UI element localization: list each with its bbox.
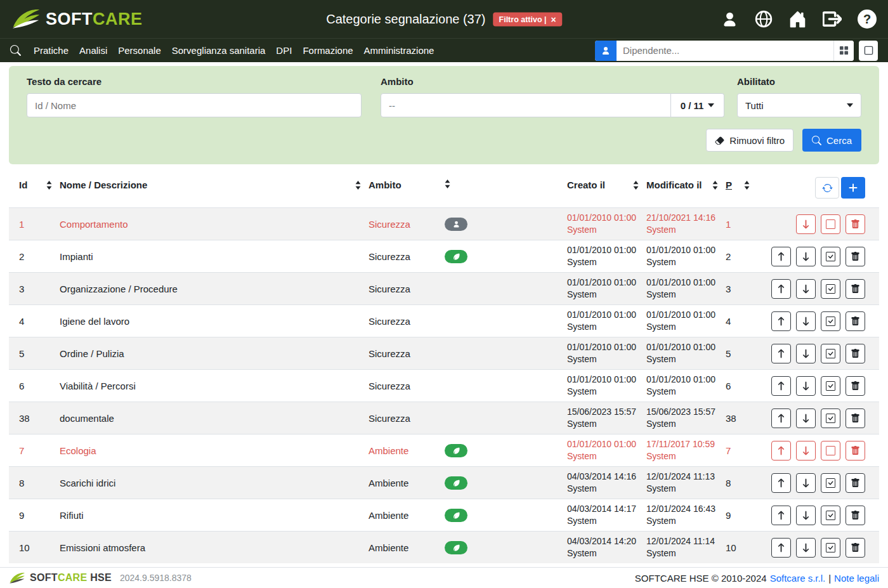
move-down-button[interactable] [796,473,816,493]
move-up-button[interactable] [771,376,791,396]
row-name[interactable]: Comportamento [58,208,367,240]
row-name[interactable]: documentale [58,402,367,434]
employee-search-input[interactable] [617,41,833,61]
row-ambito: Sicurezza [367,273,443,305]
delete-button[interactable] [846,441,865,461]
modified-by: System [646,256,718,268]
footer-logo-text: SOFTCARE HSE [30,572,112,584]
move-down-button[interactable] [796,311,816,331]
row-name[interactable]: Ordine / Pulizia [58,337,367,370]
row-name[interactable]: Organizzazione / Procedure [58,273,367,305]
nav-item-sorveglianza-sanitaria[interactable]: Sorveglianza sanitaria [172,45,266,56]
move-down-button[interactable] [796,376,816,396]
add-category-button[interactable] [841,177,865,199]
logout-icon[interactable] [823,10,842,29]
enabled-checkbox-button[interactable] [821,538,840,558]
enabled-checkbox-button[interactable] [821,311,840,331]
move-up-button[interactable] [771,473,791,493]
row-ambito: Ambiente [367,467,443,499]
legal-link[interactable]: Note legali [834,573,879,584]
delete-button[interactable] [846,247,865,266]
search-icon[interactable] [10,45,21,56]
enabled-checkbox-button[interactable] [821,247,840,266]
move-up-button[interactable] [771,344,791,363]
row-created-cell: 04/03/2014 14:17System [566,499,645,532]
sort-icon[interactable] [712,181,718,190]
move-up-button[interactable] [771,247,791,266]
delete-button[interactable] [846,538,865,558]
delete-button[interactable] [846,473,865,493]
delete-button[interactable] [846,408,865,428]
move-down-button[interactable] [796,344,816,363]
enabled-checkbox-button[interactable] [821,473,840,493]
move-up-button[interactable] [771,408,791,428]
move-down-button[interactable] [796,279,816,299]
move-up-button[interactable] [771,441,791,461]
move-up-button[interactable] [771,279,791,299]
delete-button[interactable] [846,506,865,525]
grid-view-button[interactable] [833,41,854,61]
move-down-button[interactable] [796,506,816,525]
delete-button[interactable] [846,344,865,363]
arrow-up-icon [776,543,786,552]
column-header-name: Nome / Descrizione [60,180,147,190]
nav-item-analisi[interactable]: Analisi [79,45,107,56]
row-name[interactable]: Emissioni atmosfera [58,532,367,564]
row-name[interactable]: Impianti [58,240,367,273]
move-up-button[interactable] [771,506,791,525]
enabled-checkbox-button[interactable] [821,214,840,234]
language-icon[interactable] [755,10,773,28]
filter-badge-close-icon[interactable]: × [551,15,556,23]
move-down-button[interactable] [796,247,816,266]
move-down-button[interactable] [796,538,816,558]
move-down-button[interactable] [796,408,816,428]
move-up-button[interactable] [771,538,791,558]
abilitato-select[interactable]: Tutti [737,93,861,117]
filter-text-input[interactable] [27,93,362,117]
enabled-checkbox-button[interactable] [821,506,840,525]
sort-icon[interactable] [355,181,361,190]
enabled-checkbox-button[interactable] [821,408,840,428]
leaf-icon [452,252,460,261]
move-up-button[interactable] [771,311,791,331]
checkbox-checked-icon [826,511,835,520]
enabled-checkbox-button[interactable] [821,441,840,461]
row-ambito: Sicurezza [367,208,443,240]
home-icon[interactable] [788,10,807,29]
delete-button[interactable] [846,279,865,299]
row-name[interactable]: Rifiuti [58,499,367,532]
row-name[interactable]: Ecologia [58,434,367,467]
window-toggle-button[interactable] [859,41,878,61]
sort-icon[interactable] [46,181,52,190]
row-name[interactable]: Scarichi idrici [58,467,367,499]
nav-item-amministrazione[interactable]: Amministrazione [364,45,434,56]
sort-icon[interactable] [744,181,750,190]
sort-icon[interactable] [445,180,450,188]
refresh-button[interactable] [815,177,839,199]
app-logo[interactable]: SOFTCARE [11,7,143,31]
move-down-button[interactable] [796,214,816,234]
help-icon[interactable]: ? [858,10,877,29]
enabled-checkbox-button[interactable] [821,279,840,299]
sort-icon[interactable] [633,181,639,190]
nav-item-personale[interactable]: Personale [118,45,161,56]
row-name[interactable]: Viabilità / Percorsi [58,370,367,402]
company-link[interactable]: Softcare s.r.l. [770,573,826,584]
enabled-checkbox-button[interactable] [821,344,840,363]
user-icon[interactable] [721,10,739,29]
enabled-checkbox-button[interactable] [821,376,840,396]
row-ambito: Ambiente [367,499,443,532]
row-name[interactable]: Igiene del lavoro [58,305,367,337]
delete-button[interactable] [846,214,865,234]
nav-item-formazione[interactable]: Formazione [303,45,353,56]
ambito-select[interactable]: -- [381,93,671,117]
delete-button[interactable] [846,311,865,331]
nav-item-dpi[interactable]: DPI [276,45,292,56]
remove-filter-button[interactable]: Rimuovi filtro [706,129,793,152]
nav-item-pratiche[interactable]: Pratiche [34,45,69,56]
employee-lookup-button[interactable] [595,41,617,61]
delete-button[interactable] [846,376,865,396]
move-down-button[interactable] [796,441,816,461]
search-button[interactable]: Cerca [802,129,861,152]
ambito-count-dropdown[interactable]: 0 / 11 [671,93,724,117]
